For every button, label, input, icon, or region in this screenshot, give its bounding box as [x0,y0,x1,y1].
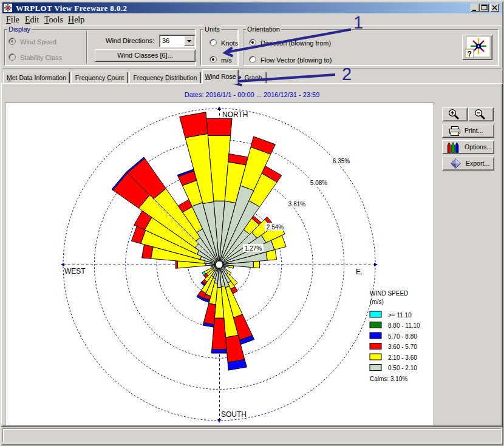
svg-text:Calms: 3.10%: Calms: 3.10% [370,376,407,382]
svg-text:2.10 - 3.60: 2.10 - 3.60 [388,354,417,361]
svg-text:2.54%: 2.54% [267,224,284,231]
svg-text:5.70 - 8.80: 5.70 - 8.80 [388,333,417,340]
svg-text:E.: E. [356,268,363,276]
svg-text:?: ? [468,50,472,58]
svg-text:1.27%: 1.27% [245,245,262,252]
svg-text:SOUTH: SOUTH [221,410,247,419]
svg-text:(m/s): (m/s) [370,299,384,305]
svg-text:0.50 - 2.10: 0.50 - 2.10 [388,365,417,371]
svg-text:WIND SPEED: WIND SPEED [370,290,408,297]
svg-text:5.08%: 5.08% [310,180,327,186]
svg-text:6.35%: 6.35% [333,158,350,164]
svg-text:3.81%: 3.81% [288,201,305,208]
svg-text:>= 11.10: >= 11.10 [388,312,412,319]
svg-text:WEST: WEST [64,267,86,275]
svg-text:NORTH: NORTH [222,110,248,119]
svg-text:3.60 - 5.70: 3.60 - 5.70 [388,343,417,350]
svg-text:8.80 - 11.10: 8.80 - 11.10 [388,322,420,329]
